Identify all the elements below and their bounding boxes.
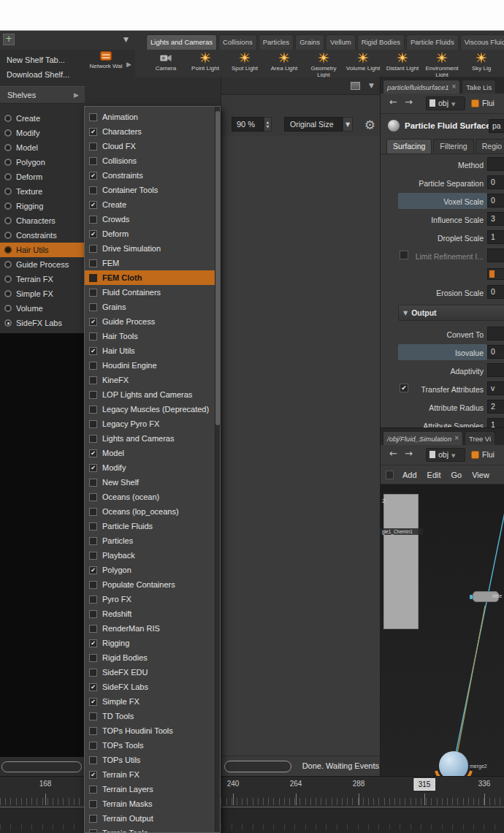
menu-item-legacy-pyro-fx[interactable]: Legacy Pyro FX (85, 417, 216, 431)
param-field[interactable]: 0 (487, 285, 504, 299)
menu-go[interactable]: Go (451, 471, 462, 479)
menu-item-houdini-engine[interactable]: Houdini Engine (85, 358, 216, 373)
shelf-tool-area-light[interactable]: Area Light (264, 50, 304, 77)
param-tab-surfacing[interactable]: Surfacing (386, 139, 432, 153)
menu-item-hair-tools[interactable]: Hair Tools (85, 329, 216, 343)
shelf-set-polygon[interactable]: Polygon (0, 155, 85, 170)
shelf-set-volume[interactable]: Volume (0, 301, 85, 316)
pane-menu-caret-icon[interactable]: ▼ (369, 83, 374, 89)
nav-back-icon[interactable]: ← (389, 97, 397, 107)
param-section-output[interactable]: ▼Output (398, 305, 504, 321)
param-checkbox[interactable]: ✔ (400, 384, 408, 392)
stepper-up-icon[interactable]: ▲ (267, 121, 270, 124)
menu-item-tops-tools[interactable]: TOPs Tools (85, 738, 216, 753)
viewer-settings-gear-icon[interactable]: ⚙ (364, 115, 375, 134)
menu-add[interactable]: Add (402, 471, 417, 479)
zoom-stepper[interactable]: ▲▼ (264, 117, 272, 132)
menu-item-sidefx-edu[interactable]: SideFX EDU (85, 665, 216, 680)
path-root-dropdown[interactable]: obj▼ (426, 448, 465, 462)
menu-item-modify[interactable]: ✔Modify (85, 460, 216, 475)
menu-item-pyro-fx[interactable]: Pyro FX (85, 592, 216, 606)
menu-item-playback[interactable]: Playback (85, 548, 216, 563)
shelf-tool-geometry-light[interactable]: Geometry Light (304, 50, 343, 77)
shelf-set-simple-fx[interactable]: Simple FX (0, 286, 85, 301)
menu-item-lop-lights-and-cameras[interactable]: LOP Lights and Cameras (85, 387, 216, 402)
menu-item-terrain-fx[interactable]: ✔Terrain FX (85, 767, 216, 782)
menu-scrollbar[interactable] (215, 107, 220, 832)
param-field[interactable]: 1 (487, 230, 504, 244)
shelf-tool-distant-light[interactable]: Distant Light (383, 50, 422, 77)
shelf-tab-rigid-bodies[interactable]: Rigid Bodies (357, 34, 405, 50)
param-tab-regio[interactable]: Regio (476, 139, 504, 153)
menu-item-drive-simulation[interactable]: Drive Simulation (85, 241, 216, 256)
zoom-level-field[interactable]: 90 % (232, 117, 264, 132)
menu-item-terrain-output[interactable]: Terrain Output (85, 811, 216, 826)
param-field[interactable]: v (487, 381, 504, 395)
menu-item-download-shelf[interactable]: Download Shelf... (0, 68, 84, 82)
close-tab-icon[interactable]: × (452, 83, 457, 91)
size-mode-dropdown[interactable]: Original Size (284, 117, 343, 132)
param-field[interactable]: 2 (487, 400, 504, 414)
menu-item-terrain-masks[interactable]: Terrain Masks (85, 796, 216, 811)
menu-item-polygon[interactable]: ✔Polygon (85, 563, 216, 577)
shelf-tab-particle-fluids[interactable]: Particle Fluids (406, 34, 459, 50)
menu-item-oceans-ocean[interactable]: Oceans (ocean) (85, 490, 216, 504)
close-tab-icon[interactable]: × (454, 435, 459, 442)
param-tab-filtering[interactable]: Filtering (433, 139, 473, 153)
stepper-down-icon[interactable]: ▼ (267, 125, 270, 129)
shelf-set-deform[interactable]: Deform (0, 170, 85, 184)
menu-item-fem[interactable]: FEM (85, 256, 216, 270)
param-field[interactable]: 1 (487, 418, 504, 427)
pane-tab-tree-view[interactable]: Tree Vi (465, 431, 495, 445)
shelf-tool-point-light[interactable]: Point Light (186, 50, 225, 77)
pane-tab-take-list[interactable]: Take Lis (462, 80, 496, 94)
left-pane-scrollbar[interactable] (1, 761, 82, 772)
param-field[interactable] (487, 363, 504, 377)
nav-back-icon[interactable]: ← (389, 449, 397, 458)
nav-forward-icon[interactable]: → (405, 97, 413, 107)
menu-item-deform[interactable]: ✔Deform (85, 227, 216, 241)
shelf-tab-grains[interactable]: Grains (295, 34, 324, 50)
wire-yellow[interactable] (457, 606, 485, 758)
param-field[interactable]: 0 (487, 345, 504, 359)
shelf-tool-camera[interactable]: Camera (146, 50, 186, 77)
menu-item-model[interactable]: ✔Model (85, 446, 216, 460)
shelf-set-modify[interactable]: Modify (0, 126, 85, 140)
pane-layout-icon[interactable] (351, 82, 360, 90)
shelf-set-model[interactable]: Model (0, 140, 85, 155)
shelf-tool-sky-lig[interactable]: Sky Lig (462, 50, 501, 77)
menu-item-animation[interactable]: Animation (85, 110, 216, 124)
current-frame-indicator[interactable]: 315 (414, 778, 435, 791)
shelf-tabs-dropdown-icon[interactable]: ▼ (123, 36, 129, 43)
menu-item-fluid-containers[interactable]: Fluid Containers (85, 285, 216, 300)
shelf-set-texture[interactable]: Texture (0, 184, 85, 199)
pane-tab-network-view[interactable]: Network Wal (86, 51, 126, 80)
menu-item-renderman-ris[interactable]: RenderMan RIS (85, 621, 216, 636)
shelf-tab-particles[interactable]: Particles (259, 34, 294, 50)
param-field[interactable]: 0 (487, 175, 504, 189)
menu-item-crowds[interactable]: Crowds (85, 212, 216, 227)
menu-item-oceans-lop-oceans[interactable]: Oceans (lop_oceans) (85, 504, 216, 519)
nav-forward-icon[interactable]: → (405, 449, 413, 458)
path-root-dropdown[interactable]: obj▼ (426, 96, 465, 110)
path-node-chip[interactable]: Flui (471, 449, 495, 463)
node-name-field[interactable]: pa (489, 119, 504, 133)
shelf-tab-vellum[interactable]: Vellum (326, 34, 356, 50)
param-field[interactable]: 3 (487, 212, 504, 226)
menu-item-new-shelf-tab[interactable]: New Shelf Tab... (0, 53, 84, 67)
menu-item-collisions[interactable]: Collisions (85, 153, 216, 168)
shelf-tool-volume-light[interactable]: Volume Light (343, 50, 383, 77)
menu-item-rigid-bodies[interactable]: Rigid Bodies (85, 650, 216, 665)
network-node-block[interactable] (383, 494, 419, 629)
shelf-tab-viscous-fluids[interactable]: Viscous Fluids (460, 34, 504, 50)
menu-item-lights-and-cameras[interactable]: Lights and Cameras (85, 431, 216, 446)
menu-item-container-tools[interactable]: Container Tools (85, 183, 216, 197)
param-field[interactable] (487, 157, 504, 171)
menu-item-populate-containers[interactable]: Populate Containers (85, 577, 216, 592)
new-shelf-tab-plus-button[interactable]: + (3, 34, 15, 45)
shelf-set-create[interactable]: Create (0, 111, 85, 126)
menu-item-create[interactable]: ✔Create (85, 197, 216, 212)
menu-item-constraints[interactable]: ✔Constraints (85, 168, 216, 183)
shelf-set-characters[interactable]: Characters (0, 213, 85, 228)
size-dropdown-caret-icon[interactable]: ▼ (343, 117, 353, 132)
